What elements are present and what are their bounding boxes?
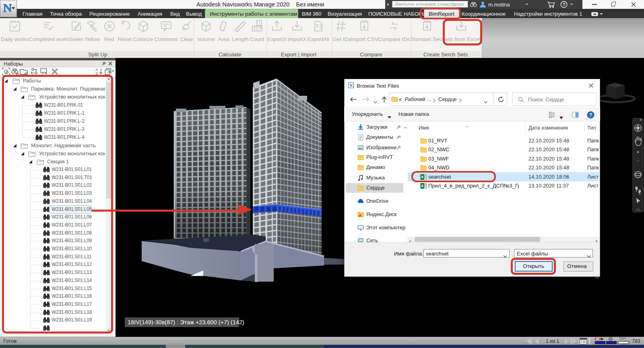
svg-text:N: N	[349, 83, 353, 88]
svg-text:?: ?	[563, 2, 566, 7]
svg-text:A: A	[96, 68, 98, 72]
svg-text:?: ?	[589, 112, 592, 118]
